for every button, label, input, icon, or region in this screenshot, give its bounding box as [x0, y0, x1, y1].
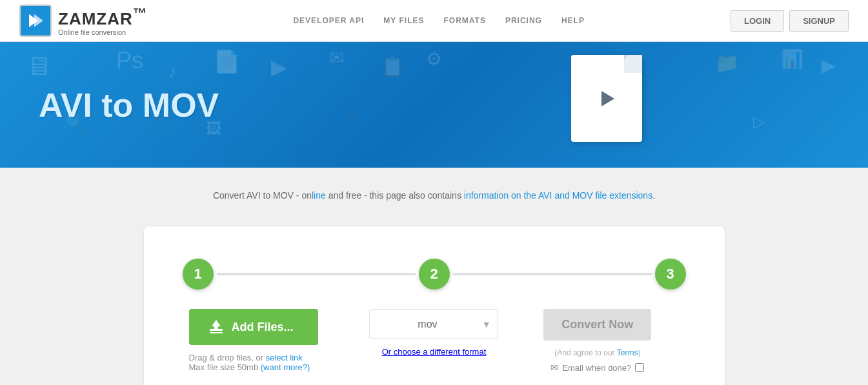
- terms-link[interactable]: Terms: [617, 348, 638, 357]
- step-3-circle: 3: [655, 259, 686, 290]
- logo-name: ZAMZAR™: [58, 5, 147, 29]
- deco-settings-icon: ⚙: [426, 48, 442, 70]
- step-line-2: [453, 273, 652, 275]
- diff-format-link[interactable]: Or choose a different format: [382, 347, 487, 357]
- banner-title-to: to: [101, 86, 143, 124]
- upload-icon: [207, 318, 225, 336]
- deco-video-icon: ▶: [822, 55, 836, 76]
- drag-text-static: Drag & drop files, or: [189, 353, 266, 362]
- email-checkbox[interactable]: [635, 363, 644, 372]
- step-2-circle: 2: [419, 259, 450, 290]
- terms-static: (And agree to our: [554, 348, 617, 357]
- file-play-icon: [594, 86, 620, 112]
- logo-sub: Online file conversion: [58, 28, 147, 36]
- svg-marker-1: [34, 14, 43, 27]
- deco-music-icon: ♪: [168, 61, 177, 82]
- nav-pricing[interactable]: PRICING: [505, 16, 542, 25]
- email-label: Email when done?: [562, 363, 631, 373]
- logo-area: ZAMZAR™ Online file conversion: [19, 5, 147, 37]
- step-3-col: Convert Now (And agree to our Terms) ✉ E…: [516, 309, 685, 373]
- banner: 🖥 Ps ♪ 📄 ▶ ✉ 📋 ⚙ 🔍 🎵 🖼 🎵 📁 📊 ▶ ▷ 🎶 AVI t…: [0, 42, 868, 168]
- banner-title: AVI to MOV: [39, 86, 219, 124]
- nav-developer-api[interactable]: DEVELOPER API: [293, 16, 364, 25]
- file-document: [571, 55, 642, 142]
- drag-drop-text: Drag & drop files, or select link: [189, 353, 303, 362]
- terms-text: (And agree to our Terms): [554, 348, 640, 357]
- deco-folder-icon: 📁: [715, 52, 739, 74]
- terms-close: ): [638, 348, 640, 357]
- actions-row: Add Files... Drag & drop files, or selec…: [183, 309, 686, 373]
- step-1-circle: 1: [183, 259, 214, 290]
- max-size-static: Max file size 50mb: [189, 362, 261, 372]
- converter-card: 1 2 3 Add Files...: [144, 226, 725, 385]
- deco-chart-icon: 📊: [781, 48, 803, 70]
- subtitle-section: Convert AVI to MOV - online and free - t…: [0, 168, 868, 213]
- step-1-col: Add Files... Drag & drop files, or selec…: [183, 309, 352, 372]
- banner-file-icon: [571, 55, 642, 142]
- site-header: ZAMZAR™ Online file conversion DEVELOPER…: [0, 0, 868, 42]
- deco-ps-icon: Ps: [116, 47, 143, 74]
- convert-now-button[interactable]: Convert Now: [543, 309, 651, 341]
- deco-play2-icon: ▷: [753, 113, 765, 131]
- nav-help[interactable]: HELP: [561, 16, 585, 25]
- format-select[interactable]: mov mp4 avi mkv wmv flv webm: [369, 309, 498, 339]
- logo-icon[interactable]: [19, 5, 52, 37]
- subtitle-text: Convert AVI to MOV - online and free - t…: [13, 190, 855, 201]
- step-2-col: mov mp4 avi mkv wmv flv webm ▼ Or choose…: [352, 309, 516, 357]
- subtitle-link-online[interactable]: line: [312, 190, 326, 201]
- deco-monitor-icon: 🖥: [26, 52, 52, 81]
- file-corner: [624, 55, 642, 73]
- auth-buttons: LOGIN SIGNUP: [731, 10, 849, 32]
- deco-mail-icon: ✉: [329, 47, 344, 68]
- steps-row: 1 2 3: [183, 259, 686, 290]
- deco-file-icon1: 📄: [213, 48, 240, 74]
- svg-marker-2: [601, 91, 614, 106]
- diff-format-text: Or choose a different format: [382, 347, 487, 357]
- login-button[interactable]: LOGIN: [731, 10, 784, 32]
- max-size-text: Max file size 50mb (want more?): [189, 362, 310, 372]
- deco-file-icon2: 📋: [381, 55, 405, 77]
- step-line-1: [217, 273, 416, 275]
- add-files-button[interactable]: Add Files...: [189, 309, 318, 345]
- add-files-label: Add Files...: [232, 321, 294, 334]
- nav-formats[interactable]: FORMATS: [443, 16, 485, 25]
- main-content: 1 2 3 Add Files...: [0, 213, 868, 385]
- nav-my-files[interactable]: MY FILES: [383, 16, 424, 25]
- deco-music3-icon: 🎶: [812, 119, 829, 136]
- svg-rect-4: [210, 332, 223, 333]
- format-select-wrap: mov mp4 avi mkv wmv flv webm ▼: [369, 309, 498, 339]
- select-link[interactable]: select link: [266, 353, 303, 362]
- svg-marker-5: [212, 320, 221, 330]
- deco-music2-icon: 🎵: [342, 113, 359, 130]
- logo-text-area: ZAMZAR™ Online file conversion: [58, 5, 147, 37]
- email-icon: ✉: [550, 362, 558, 373]
- email-row: ✉ Email when done?: [550, 362, 644, 373]
- deco-play-icon: ▶: [271, 55, 287, 79]
- want-more-link[interactable]: (want more?): [261, 362, 310, 372]
- banner-title-avi: AVI: [39, 86, 92, 124]
- signup-button[interactable]: SIGNUP: [789, 10, 849, 32]
- banner-title-mov: MOV: [143, 86, 219, 124]
- main-nav: DEVELOPER API MY FILES FORMATS PRICING H…: [293, 16, 585, 25]
